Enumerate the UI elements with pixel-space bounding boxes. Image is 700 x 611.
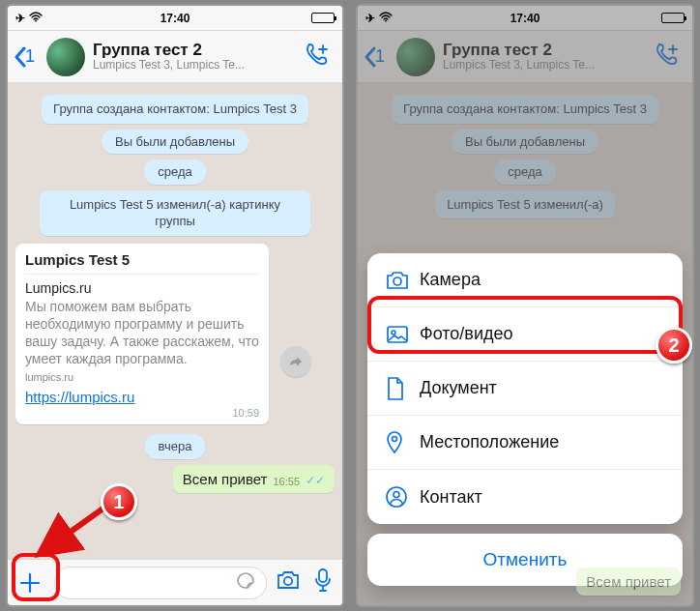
link-domain: lumpics.ru — [25, 371, 259, 383]
link-title: Lumpics.ru — [25, 280, 259, 296]
message-time: 10:59 — [25, 407, 259, 419]
message-time: 16:55 — [273, 476, 300, 487]
sheet-label: Документ — [420, 378, 497, 398]
sheet-label: Фото/видео — [420, 324, 513, 344]
link-url[interactable]: https://lumpics.ru — [25, 389, 259, 405]
back-button[interactable]: 1 — [14, 46, 39, 68]
chat-header: 1 Группа тест 2 Lumpics Test 3, Lumpics … — [8, 31, 342, 83]
message-text: Всем привет — [183, 471, 268, 487]
status-time: 17:40 — [8, 12, 342, 25]
svg-rect-5 — [388, 327, 407, 342]
airplane-icon: ✈ — [15, 12, 25, 25]
phone-right: ✈ 17:40 1 Группа тест 2 Lumpics Test 3, … — [356, 4, 694, 607]
date-separator: вчера — [145, 434, 206, 459]
outgoing-message[interactable]: Всем привет 16:55 ✓✓ — [173, 465, 335, 493]
chat-subtitle: Lumpics Test 3, Lumpics Te... — [93, 59, 298, 73]
contact-icon — [385, 485, 420, 509]
annotation-step-2: 2 — [656, 327, 692, 364]
sheet-label: Контакт — [420, 487, 482, 508]
back-count: 1 — [25, 46, 35, 67]
chat-title: Группа тест 2 — [93, 41, 298, 60]
action-sheet-options: Камера Фото/видео Документ Местоположени… — [367, 253, 683, 524]
system-msg: Lumpics Test 5 изменил(-а) картинку груп… — [40, 190, 311, 236]
svg-rect-2 — [319, 569, 327, 582]
message-input[interactable] — [54, 567, 267, 599]
svg-point-9 — [394, 492, 399, 498]
sheet-item-location[interactable]: Местоположение — [367, 416, 683, 470]
sheet-label: Камера — [420, 270, 481, 290]
attach-button[interactable] — [14, 567, 46, 599]
system-msg: Вы были добавлены — [102, 130, 248, 155]
link-description: Мы поможем вам выбрать необходимую прогр… — [25, 298, 259, 368]
svg-point-0 — [35, 19, 37, 21]
phone-left: ✈ 17:40 1 Группа тест 2 Lumpics Test 3, … — [6, 4, 344, 607]
svg-point-6 — [392, 331, 395, 335]
document-icon — [385, 376, 420, 401]
mic-button[interactable] — [309, 567, 336, 598]
link-preview-bubble[interactable]: Lumpics Test 5 Lumpics.ru Мы поможем вам… — [15, 244, 269, 425]
sheet-item-camera[interactable]: Камера — [367, 253, 683, 307]
date-separator: среда — [144, 160, 206, 185]
sender-name: Lumpics Test 5 — [25, 251, 259, 275]
chat-title-area[interactable]: Группа тест 2 Lumpics Test 3, Lumpics Te… — [93, 41, 298, 73]
sticker-icon[interactable] — [235, 570, 256, 596]
location-icon — [385, 430, 420, 455]
wifi-icon — [29, 12, 43, 25]
system-msg: Группа создана контактом: Lumpics Test 3 — [42, 95, 308, 124]
input-bar — [8, 559, 342, 605]
forward-button[interactable] — [280, 346, 311, 377]
attach-action-sheet: Камера Фото/видео Документ Местоположени… — [367, 253, 683, 596]
battery-icon — [311, 13, 335, 23]
chat-body[interactable]: Группа создана контактом: Lumpics Test 3… — [8, 83, 342, 559]
annotation-step-1: 1 — [101, 483, 137, 520]
read-ticks-icon: ✓✓ — [306, 474, 325, 487]
photo-icon — [385, 324, 420, 345]
sheet-item-contact[interactable]: Контакт — [367, 470, 683, 524]
sheet-label: Местоположение — [420, 432, 559, 452]
status-bar: ✈ 17:40 — [8, 6, 342, 31]
call-add-button[interactable] — [298, 41, 336, 73]
outgoing-message: Всем привет — [576, 567, 681, 596]
svg-point-1 — [284, 576, 292, 584]
sheet-item-document[interactable]: Документ — [367, 362, 683, 416]
sheet-item-photo-video[interactable]: Фото/видео — [367, 307, 683, 362]
camera-button[interactable] — [275, 569, 302, 596]
camera-icon — [385, 270, 420, 291]
svg-point-7 — [393, 436, 397, 441]
svg-point-4 — [394, 277, 401, 285]
avatar[interactable] — [46, 38, 85, 76]
